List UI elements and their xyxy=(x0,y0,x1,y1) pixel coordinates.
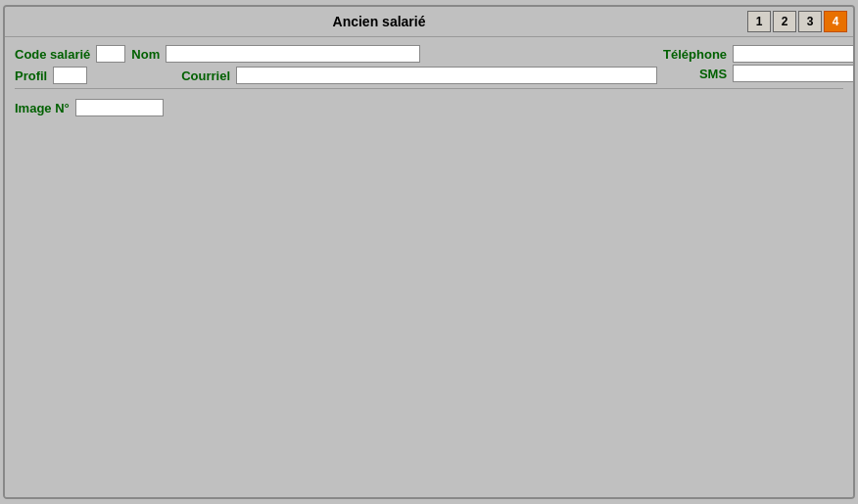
content-area: Code salarié Nom Profil Courriel Télépho… xyxy=(5,37,853,497)
separator xyxy=(15,88,843,89)
code-salarie-input[interactable] xyxy=(96,45,125,63)
image-label: Image N° xyxy=(15,101,70,115)
telephone-input[interactable] xyxy=(733,45,855,63)
tab-2[interactable]: 2 xyxy=(773,11,796,32)
courriel-label: Courriel xyxy=(181,69,230,83)
nom-label: Nom xyxy=(131,47,160,62)
courriel-input[interactable] xyxy=(236,67,657,84)
left-top-section: Code salarié Nom Profil Courriel xyxy=(15,45,657,84)
title-bar: Ancien salarié 1 2 3 4 xyxy=(5,7,853,37)
telephone-label: Téléphone xyxy=(663,47,727,62)
profil-label: Profil xyxy=(15,69,47,83)
sms-label: SMS xyxy=(699,67,727,81)
tab-buttons: 1 2 3 4 xyxy=(747,11,847,32)
window-title: Ancien salarié xyxy=(11,14,747,29)
row-sms: SMS xyxy=(663,65,855,82)
nom-input[interactable] xyxy=(166,45,420,63)
sms-input[interactable] xyxy=(733,65,855,82)
row-code-nom: Code salarié Nom xyxy=(15,45,657,63)
row-telephone: Téléphone xyxy=(663,45,855,63)
row-profil-courriel: Profil Courriel xyxy=(15,67,657,84)
profil-input[interactable] xyxy=(53,67,87,84)
top-form: Code salarié Nom Profil Courriel Télépho… xyxy=(15,45,843,84)
image-row: Image N° xyxy=(15,99,843,116)
tab-1[interactable]: 1 xyxy=(747,11,771,32)
image-input[interactable] xyxy=(75,99,164,116)
tab-4[interactable]: 4 xyxy=(824,11,847,32)
tab-3[interactable]: 3 xyxy=(798,11,822,32)
right-top-section: Téléphone SMS xyxy=(663,45,855,82)
main-window: Ancien salarié 1 2 3 4 Code salarié Nom … xyxy=(3,5,855,499)
code-salarie-label: Code salarié xyxy=(15,47,90,62)
